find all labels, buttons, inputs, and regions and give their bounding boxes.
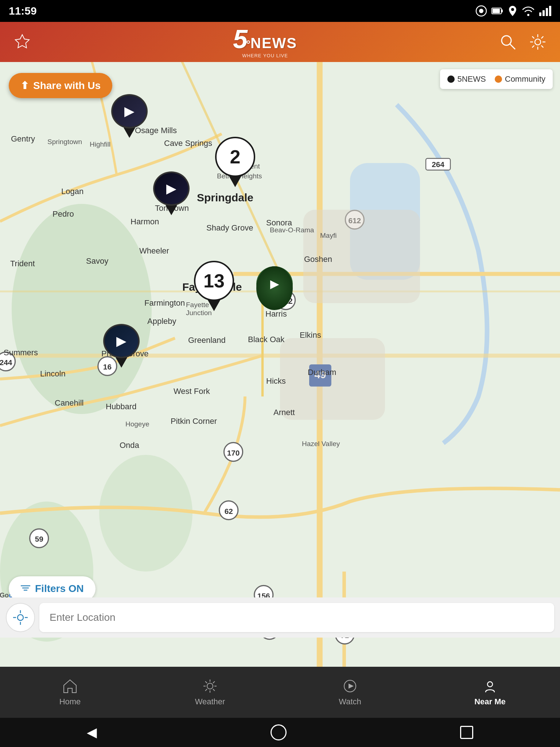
svg-rect-6: [542, 10, 545, 16]
svg-text:244: 244: [0, 358, 12, 367]
location-status-icon: [508, 5, 518, 17]
legend-community-label: Community: [505, 74, 545, 84]
legend-dot-snews: [447, 76, 455, 83]
bottom-tab-bar: Home Weather Watch Near Me: [0, 667, 560, 718]
home-tab-icon: [62, 678, 78, 694]
tab-home[interactable]: Home: [0, 674, 140, 711]
svg-line-64: [205, 681, 207, 683]
svg-rect-50: [280, 338, 385, 420]
battery-icon: [491, 7, 503, 15]
system-nav-bar: ◀: [0, 718, 560, 747]
status-time: 11:59: [9, 5, 37, 17]
legend-snews: 5NEWS: [447, 74, 486, 84]
map-legend: 5NEWS Community: [440, 69, 553, 89]
star-icon[interactable]: [13, 33, 31, 51]
svg-rect-5: [539, 12, 541, 16]
header-left: [13, 33, 31, 51]
svg-point-15: [99, 455, 192, 572]
map-pin-13[interactable]: 13: [194, 261, 234, 312]
map-pin-2[interactable]: 2: [215, 137, 255, 188]
tab-weather-label: Weather: [195, 697, 225, 707]
search-icon[interactable]: [499, 33, 517, 51]
nav-home-button[interactable]: [271, 724, 287, 740]
svg-point-11: [535, 39, 541, 45]
svg-text:170: 170: [227, 449, 240, 457]
header-right: [499, 33, 547, 51]
weather-tab-icon: [202, 678, 218, 694]
svg-text:62: 62: [225, 507, 233, 515]
tab-watch-label: Watch: [339, 697, 361, 707]
svg-point-59: [207, 683, 213, 689]
nav-back-button[interactable]: ◀: [87, 725, 97, 740]
my-location-icon: [12, 609, 28, 626]
nav-recent-button[interactable]: [460, 726, 473, 739]
filter-icon: [20, 584, 31, 594]
tab-near-me-label: Near Me: [474, 697, 506, 707]
svg-text:264: 264: [432, 160, 444, 169]
upload-icon: ⬆: [20, 80, 29, 92]
svg-rect-4: [493, 9, 500, 13]
svg-rect-7: [546, 8, 548, 16]
location-input[interactable]: [39, 603, 554, 632]
svg-marker-69: [349, 684, 354, 689]
svg-point-9: [502, 36, 511, 45]
svg-point-13: [12, 204, 152, 414]
svg-text:59: 59: [35, 535, 43, 543]
tab-watch[interactable]: Watch: [280, 674, 420, 711]
legend-dot-community: [495, 76, 502, 83]
map-pin-prairie-grove[interactable]: ▶: [103, 324, 140, 368]
legend-snews-label: 5NEWS: [458, 74, 486, 84]
my-location-button[interactable]: [6, 603, 35, 632]
filters-label: Filters ON: [35, 583, 84, 595]
tab-near-me[interactable]: Near Me: [420, 674, 560, 711]
svg-rect-3: [501, 9, 503, 12]
svg-line-65: [213, 689, 215, 691]
tab-home-label: Home: [59, 697, 81, 707]
map-pin-fayetteville-community[interactable]: ▶: [256, 266, 293, 310]
settings-icon[interactable]: [529, 33, 547, 51]
watch-tab-icon: [342, 678, 358, 694]
map-area[interactable]: 49 112 16 244 62 170 156 265 59 612 264 …: [0, 62, 560, 667]
status-icons: [475, 5, 551, 17]
svg-point-70: [487, 682, 493, 687]
location-search-bar: [0, 597, 560, 638]
header-logo: 5 ° NEWS WHERE YOU LIVE: [233, 26, 297, 58]
tab-weather[interactable]: Weather: [140, 674, 280, 711]
signal-icon: [539, 6, 551, 16]
map-pin-tontitown[interactable]: ▶: [153, 171, 190, 215]
svg-point-54: [18, 615, 23, 620]
svg-rect-49: [303, 210, 420, 303]
wifi-icon: [522, 6, 534, 16]
svg-rect-8: [549, 6, 551, 16]
svg-line-67: [205, 689, 207, 691]
status-bar: 11:59: [0, 0, 560, 22]
svg-point-1: [479, 9, 483, 13]
legend-community: Community: [495, 74, 545, 84]
header-logo-sub: WHERE YOU LIVE: [242, 53, 288, 58]
app-header: 5 ° NEWS WHERE YOU LIVE: [0, 22, 560, 62]
map-pin-top-video[interactable]: ▶: [111, 94, 148, 138]
share-with-us-button[interactable]: ⬆ Share with Us: [9, 73, 112, 98]
near-me-tab-icon: [482, 678, 498, 694]
share-btn-label: Share with Us: [33, 80, 101, 92]
svg-line-66: [213, 681, 215, 683]
svg-line-10: [510, 44, 515, 49]
pebble-icon: [475, 5, 487, 17]
